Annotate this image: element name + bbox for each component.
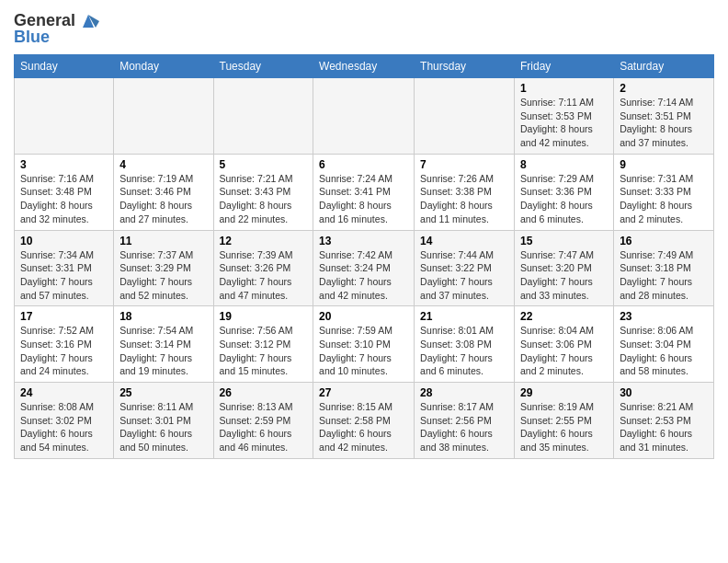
calendar-week-5: 24Sunrise: 8:08 AM Sunset: 3:02 PM Dayli… — [15, 383, 714, 459]
calendar-cell: 28Sunrise: 8:17 AM Sunset: 2:56 PM Dayli… — [415, 383, 515, 459]
weekday-header-monday: Monday — [114, 55, 213, 78]
calendar-cell: 27Sunrise: 8:15 AM Sunset: 2:58 PM Dayli… — [313, 383, 415, 459]
day-info: Sunrise: 7:31 AM Sunset: 3:33 PM Dayligh… — [620, 172, 708, 226]
calendar-cell: 18Sunrise: 7:54 AM Sunset: 3:14 PM Dayli… — [114, 306, 213, 383]
calendar-cell — [313, 78, 415, 155]
day-number: 3 — [20, 158, 108, 171]
day-info: Sunrise: 7:44 AM Sunset: 3:22 PM Dayligh… — [420, 248, 508, 303]
calendar-cell: 15Sunrise: 7:47 AM Sunset: 3:20 PM Dayli… — [515, 230, 614, 306]
day-info: Sunrise: 8:04 AM Sunset: 3:06 PM Dayligh… — [520, 324, 608, 378]
day-number: 13 — [319, 235, 408, 247]
calendar-cell: 10Sunrise: 7:34 AM Sunset: 3:31 PM Dayli… — [15, 230, 114, 306]
calendar-cell — [114, 78, 213, 155]
calendar-cell: 9Sunrise: 7:31 AM Sunset: 3:33 PM Daylig… — [614, 154, 714, 230]
calendar-cell: 26Sunrise: 8:13 AM Sunset: 2:59 PM Dayli… — [213, 383, 313, 459]
logo-arrow-icon — [77, 9, 99, 31]
day-number: 28 — [420, 386, 508, 399]
day-info: Sunrise: 7:56 AM Sunset: 3:12 PM Dayligh… — [220, 324, 308, 378]
header: General Blue — [14, 9, 714, 47]
calendar-cell: 20Sunrise: 7:59 AM Sunset: 3:10 PM Dayli… — [313, 306, 415, 383]
day-number: 10 — [20, 235, 108, 247]
calendar-cell: 1Sunrise: 7:11 AM Sunset: 3:53 PM Daylig… — [515, 78, 614, 155]
day-info: Sunrise: 8:19 AM Sunset: 2:55 PM Dayligh… — [520, 400, 608, 454]
calendar-cell — [415, 78, 515, 155]
day-number: 9 — [620, 158, 708, 171]
day-number: 2 — [620, 82, 708, 95]
day-info: Sunrise: 8:08 AM Sunset: 3:02 PM Dayligh… — [20, 400, 108, 454]
weekday-header-saturday: Saturday — [614, 55, 714, 78]
logo: General Blue — [14, 9, 99, 47]
day-number: 19 — [220, 310, 308, 323]
day-info: Sunrise: 8:15 AM Sunset: 2:58 PM Dayligh… — [319, 400, 408, 454]
day-info: Sunrise: 8:06 AM Sunset: 3:04 PM Dayligh… — [620, 324, 708, 378]
page-container: General Blue SundayMondayTuesdayWednesda… — [0, 0, 728, 464]
calendar-cell: 16Sunrise: 7:49 AM Sunset: 3:18 PM Dayli… — [614, 230, 714, 306]
weekday-header-tuesday: Tuesday — [213, 55, 313, 78]
day-info: Sunrise: 7:52 AM Sunset: 3:16 PM Dayligh… — [20, 324, 108, 378]
day-number: 6 — [319, 158, 408, 171]
weekday-header-friday: Friday — [515, 55, 614, 78]
day-info: Sunrise: 7:29 AM Sunset: 3:36 PM Dayligh… — [520, 172, 608, 226]
day-info: Sunrise: 8:11 AM Sunset: 3:01 PM Dayligh… — [119, 400, 207, 454]
calendar-cell: 11Sunrise: 7:37 AM Sunset: 3:29 PM Dayli… — [114, 230, 213, 306]
day-number: 24 — [20, 386, 108, 399]
calendar-cell: 23Sunrise: 8:06 AM Sunset: 3:04 PM Dayli… — [614, 306, 714, 383]
day-number: 26 — [220, 386, 308, 399]
weekday-header-row: SundayMondayTuesdayWednesdayThursdayFrid… — [15, 55, 714, 78]
calendar-cell: 6Sunrise: 7:24 AM Sunset: 3:41 PM Daylig… — [313, 154, 415, 230]
day-info: Sunrise: 7:16 AM Sunset: 3:48 PM Dayligh… — [20, 172, 108, 226]
calendar-cell: 24Sunrise: 8:08 AM Sunset: 3:02 PM Dayli… — [15, 383, 114, 459]
calendar-cell: 4Sunrise: 7:19 AM Sunset: 3:46 PM Daylig… — [114, 154, 213, 230]
day-info: Sunrise: 8:01 AM Sunset: 3:08 PM Dayligh… — [420, 324, 508, 378]
day-number: 25 — [119, 386, 207, 399]
day-number: 7 — [420, 158, 508, 171]
day-number: 27 — [319, 386, 408, 399]
day-info: Sunrise: 7:11 AM Sunset: 3:53 PM Dayligh… — [520, 96, 608, 150]
day-number: 1 — [520, 82, 608, 95]
calendar-cell: 2Sunrise: 7:14 AM Sunset: 3:51 PM Daylig… — [614, 78, 714, 155]
calendar-cell: 3Sunrise: 7:16 AM Sunset: 3:48 PM Daylig… — [15, 154, 114, 230]
calendar-week-3: 10Sunrise: 7:34 AM Sunset: 3:31 PM Dayli… — [15, 230, 714, 306]
calendar-cell: 19Sunrise: 7:56 AM Sunset: 3:12 PM Dayli… — [213, 306, 313, 383]
calendar-cell — [15, 78, 114, 155]
calendar-cell: 30Sunrise: 8:21 AM Sunset: 2:53 PM Dayli… — [614, 383, 714, 459]
weekday-header-sunday: Sunday — [15, 55, 114, 78]
calendar-cell: 22Sunrise: 8:04 AM Sunset: 3:06 PM Dayli… — [515, 306, 614, 383]
day-number: 17 — [20, 310, 108, 323]
day-number: 12 — [220, 235, 308, 247]
day-info: Sunrise: 8:17 AM Sunset: 2:56 PM Dayligh… — [420, 400, 508, 454]
calendar-cell: 8Sunrise: 7:29 AM Sunset: 3:36 PM Daylig… — [515, 154, 614, 230]
calendar-cell: 14Sunrise: 7:44 AM Sunset: 3:22 PM Dayli… — [415, 230, 515, 306]
day-info: Sunrise: 7:37 AM Sunset: 3:29 PM Dayligh… — [119, 248, 207, 303]
day-info: Sunrise: 7:47 AM Sunset: 3:20 PM Dayligh… — [520, 248, 608, 303]
day-number: 23 — [620, 310, 708, 323]
day-number: 20 — [319, 310, 408, 323]
day-number: 18 — [119, 310, 207, 323]
calendar-week-4: 17Sunrise: 7:52 AM Sunset: 3:16 PM Dayli… — [15, 306, 714, 383]
day-number: 22 — [520, 310, 608, 323]
day-number: 4 — [119, 158, 207, 171]
calendar-cell: 21Sunrise: 8:01 AM Sunset: 3:08 PM Dayli… — [415, 306, 515, 383]
calendar-table: SundayMondayTuesdayWednesdayThursdayFrid… — [14, 54, 714, 459]
calendar-cell: 12Sunrise: 7:39 AM Sunset: 3:26 PM Dayli… — [213, 230, 313, 306]
calendar-cell: 13Sunrise: 7:42 AM Sunset: 3:24 PM Dayli… — [313, 230, 415, 306]
calendar-week-1: 1Sunrise: 7:11 AM Sunset: 3:53 PM Daylig… — [15, 78, 714, 155]
calendar-cell: 25Sunrise: 8:11 AM Sunset: 3:01 PM Dayli… — [114, 383, 213, 459]
day-number: 15 — [520, 235, 608, 247]
day-info: Sunrise: 7:26 AM Sunset: 3:38 PM Dayligh… — [420, 172, 508, 226]
day-number: 16 — [620, 235, 708, 247]
logo-wrapper: General Blue — [14, 9, 99, 47]
day-info: Sunrise: 8:21 AM Sunset: 2:53 PM Dayligh… — [620, 400, 708, 454]
logo-blue-text: Blue — [14, 28, 50, 47]
day-info: Sunrise: 7:24 AM Sunset: 3:41 PM Dayligh… — [319, 172, 408, 226]
weekday-header-thursday: Thursday — [415, 55, 515, 78]
calendar-week-2: 3Sunrise: 7:16 AM Sunset: 3:48 PM Daylig… — [15, 154, 714, 230]
calendar-cell: 5Sunrise: 7:21 AM Sunset: 3:43 PM Daylig… — [213, 154, 313, 230]
calendar-cell: 29Sunrise: 8:19 AM Sunset: 2:55 PM Dayli… — [515, 383, 614, 459]
calendar-cell: 17Sunrise: 7:52 AM Sunset: 3:16 PM Dayli… — [15, 306, 114, 383]
day-number: 5 — [220, 158, 308, 171]
day-info: Sunrise: 8:13 AM Sunset: 2:59 PM Dayligh… — [220, 400, 308, 454]
day-info: Sunrise: 7:59 AM Sunset: 3:10 PM Dayligh… — [319, 324, 408, 378]
day-number: 11 — [119, 235, 207, 247]
day-info: Sunrise: 7:54 AM Sunset: 3:14 PM Dayligh… — [119, 324, 207, 378]
